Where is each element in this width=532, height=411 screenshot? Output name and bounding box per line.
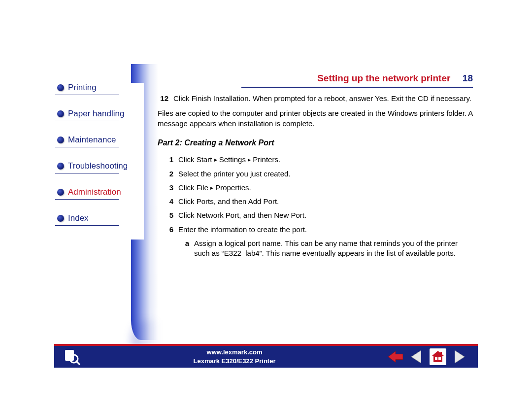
text: Properties.: [213, 183, 251, 192]
step-row: 5 Click Network Port, and then New Port.: [166, 210, 473, 220]
bullet-icon: [57, 215, 64, 222]
step-text: Select the printer you just created.: [178, 169, 291, 179]
page-number: 18: [463, 73, 473, 83]
nav-divider: [55, 225, 119, 226]
nav-divider: [55, 121, 119, 121]
text: Printers.: [251, 155, 280, 164]
sidebar-nav: Printing Paper handling Maintenance Trou…: [55, 83, 144, 240]
step-text: Click Network Port, and then New Port.: [178, 210, 306, 220]
nav-label: Troubleshooting: [68, 161, 128, 171]
prev-page-button[interactable]: [409, 349, 424, 364]
substep-letter: a: [182, 239, 189, 259]
svg-line-2: [76, 361, 79, 364]
back-button[interactable]: [388, 349, 403, 364]
step-row: 12 Click Finish Installation. When promp…: [158, 94, 473, 103]
bullet-icon: [57, 84, 64, 91]
nav-label: Printing: [68, 83, 97, 93]
step-row: 3 Click File ▸ Properties.: [166, 183, 473, 193]
home-button[interactable]: [430, 348, 446, 365]
nav-divider: [55, 199, 119, 200]
step-row: 1 Click Start ▸ Settings ▸ Printers.: [166, 155, 473, 165]
step-number: 12: [158, 94, 168, 103]
step-number: 5: [166, 210, 173, 220]
nav-divider: [55, 95, 119, 95]
bullet-icon: [57, 110, 64, 117]
header-title: Setting up the network printer: [317, 73, 450, 83]
search-icon: [63, 348, 81, 366]
nav-label: Maintenance: [68, 135, 116, 145]
home-icon: [431, 349, 445, 364]
text: Click Start: [178, 155, 214, 164]
nav-item-troubleshooting[interactable]: Troubleshooting: [55, 161, 144, 171]
step-text: Click Finish Installation. When prompted…: [173, 94, 471, 103]
page-header: Setting up the network printer 18: [241, 73, 473, 84]
step-number: 3: [166, 183, 173, 193]
header-rule: [241, 87, 473, 88]
nav-item-printing[interactable]: Printing: [55, 83, 144, 93]
footer-url-link[interactable]: www.lexmark.com: [81, 348, 388, 357]
nav-item-paper-handling[interactable]: Paper handling: [55, 109, 144, 119]
nav-item-maintenance[interactable]: Maintenance: [55, 135, 144, 145]
step-row: 4 Click Ports, and then Add Port.: [166, 197, 473, 206]
part-heading: Part 2: Creating a Network Port: [158, 137, 473, 148]
nav-item-administration[interactable]: Administration: [55, 187, 144, 197]
nav-divider: [55, 173, 119, 173]
svg-rect-6: [435, 357, 437, 360]
paragraph: Files are copied to the computer and pri…: [158, 108, 473, 129]
nav-divider: [55, 147, 119, 147]
step-number: 1: [166, 155, 173, 165]
svg-marker-4: [411, 350, 421, 363]
text: Settings: [217, 155, 248, 164]
footer-nav: [388, 348, 467, 365]
bullet-icon: [57, 189, 64, 196]
step-row: 2 Select the printer you just created.: [166, 169, 473, 179]
footer-center: www.lexmark.com Lexmark E320/E322 Printe…: [81, 348, 388, 365]
nav-label: Paper handling: [68, 109, 124, 119]
back-arrow-icon: [388, 350, 403, 364]
bullet-icon: [57, 163, 64, 170]
main-content: 12 Click Finish Installation. When promp…: [158, 94, 473, 262]
nav-label: Administration: [68, 187, 121, 197]
step-text: Click File ▸ Properties.: [178, 183, 251, 193]
step-number: 6: [166, 225, 173, 235]
step-text: Enter the information to create the port…: [178, 225, 307, 235]
step-row: 6 Enter the information to create the po…: [166, 225, 473, 235]
step-number: 2: [166, 169, 173, 179]
step-text: Click Start ▸ Settings ▸ Printers.: [178, 155, 280, 165]
svg-rect-8: [440, 352, 442, 354]
svg-marker-3: [388, 351, 403, 363]
text: Click File: [178, 183, 210, 192]
search-button[interactable]: [63, 348, 81, 366]
next-arrow-icon: [455, 350, 465, 363]
svg-marker-5: [432, 351, 444, 362]
footer-product: Lexmark E320/E322 Printer: [81, 357, 388, 366]
svg-marker-9: [455, 350, 465, 363]
nav-item-index[interactable]: Index: [55, 213, 144, 223]
prev-arrow-icon: [411, 350, 421, 363]
footer-bar: www.lexmark.com Lexmark E320/E322 Printe…: [54, 344, 478, 368]
next-page-button[interactable]: [452, 349, 467, 364]
bullet-icon: [57, 137, 64, 143]
svg-rect-7: [438, 357, 441, 360]
nav-label: Index: [68, 213, 89, 223]
substep-text: Assign a logical port name. This can be …: [194, 239, 473, 259]
step-number: 4: [166, 197, 173, 206]
step-text: Click Ports, and then Add Port.: [178, 197, 279, 206]
substep-row: a Assign a logical port name. This can b…: [182, 239, 473, 259]
